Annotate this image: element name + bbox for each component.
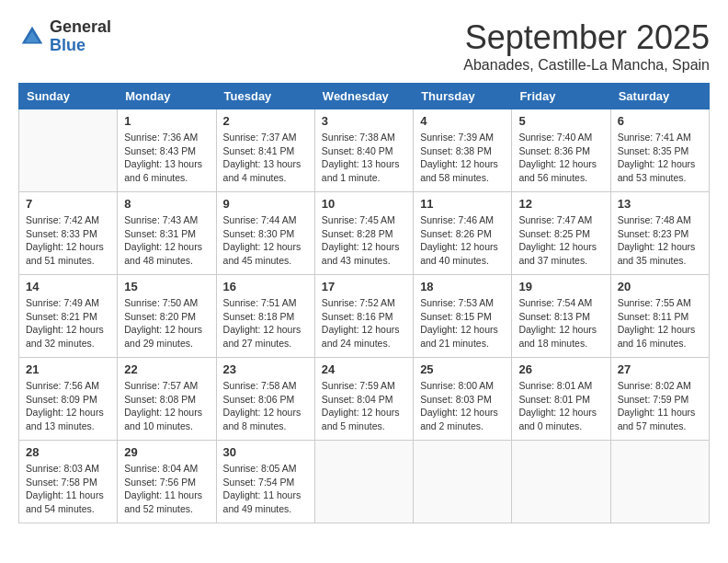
day-number: 13 [618, 197, 702, 211]
calendar-cell: 11Sunrise: 7:46 AMSunset: 8:26 PMDayligh… [414, 192, 512, 275]
calendar-cell: 14Sunrise: 7:49 AMSunset: 8:21 PMDayligh… [19, 275, 118, 358]
logo-icon [18, 23, 46, 51]
day-info: Sunrise: 7:49 AMSunset: 8:21 PMDaylight:… [26, 296, 110, 350]
day-info: Sunrise: 8:03 AMSunset: 7:58 PMDaylight:… [26, 462, 110, 516]
week-row-3: 14Sunrise: 7:49 AMSunset: 8:21 PMDayligh… [19, 275, 710, 358]
calendar-cell: 18Sunrise: 7:53 AMSunset: 8:15 PMDayligh… [414, 275, 512, 358]
day-info: Sunrise: 7:55 AMSunset: 8:11 PMDaylight:… [618, 296, 702, 350]
col-tuesday: Tuesday [216, 84, 314, 109]
day-info: Sunrise: 7:48 AMSunset: 8:23 PMDaylight:… [618, 213, 702, 268]
calendar-cell: 23Sunrise: 7:58 AMSunset: 8:06 PMDayligh… [216, 358, 314, 441]
day-info: Sunrise: 7:58 AMSunset: 8:06 PMDaylight:… [223, 379, 308, 433]
day-number: 8 [124, 197, 209, 211]
location-title: Abanades, Castille-La Mancha, Spain [463, 57, 710, 74]
day-number: 16 [223, 280, 308, 293]
day-number: 18 [420, 280, 505, 293]
calendar-cell: 1Sunrise: 7:36 AMSunset: 8:43 PMDaylight… [118, 109, 216, 192]
logo-blue-text: Blue [50, 37, 111, 55]
calendar-cell: 20Sunrise: 7:55 AMSunset: 8:11 PMDayligh… [610, 275, 709, 358]
day-number: 10 [322, 197, 406, 211]
calendar-cell [610, 441, 709, 523]
day-number: 25 [420, 362, 505, 376]
day-number: 26 [518, 362, 603, 376]
day-info: Sunrise: 7:42 AMSunset: 8:33 PMDaylight:… [26, 213, 110, 268]
day-number: 21 [26, 362, 110, 376]
col-sunday: Sunday [19, 84, 118, 109]
col-wednesday: Wednesday [314, 84, 413, 109]
calendar-cell: 6Sunrise: 7:41 AMSunset: 8:35 PMDaylight… [610, 109, 709, 192]
day-number: 27 [618, 362, 702, 376]
day-info: Sunrise: 8:01 AMSunset: 8:01 PMDaylight:… [518, 379, 603, 433]
day-number: 3 [322, 114, 406, 128]
day-number: 17 [322, 280, 406, 293]
day-info: Sunrise: 7:57 AMSunset: 8:08 PMDaylight:… [124, 379, 209, 433]
week-row-1: 1Sunrise: 7:36 AMSunset: 8:43 PMDaylight… [19, 109, 710, 192]
day-info: Sunrise: 8:00 AMSunset: 8:03 PMDaylight:… [420, 379, 505, 433]
calendar-cell [414, 441, 512, 523]
day-number: 15 [124, 280, 209, 293]
calendar-cell: 24Sunrise: 7:59 AMSunset: 8:04 PMDayligh… [314, 358, 413, 441]
day-number: 24 [322, 362, 406, 376]
day-info: Sunrise: 7:37 AMSunset: 8:41 PMDaylight:… [223, 131, 308, 185]
calendar-cell: 10Sunrise: 7:45 AMSunset: 8:28 PMDayligh… [314, 192, 413, 275]
week-row-4: 21Sunrise: 7:56 AMSunset: 8:09 PMDayligh… [19, 358, 710, 441]
day-number: 22 [124, 362, 209, 376]
day-number: 9 [223, 197, 308, 211]
calendar-cell: 30Sunrise: 8:05 AMSunset: 7:54 PMDayligh… [216, 441, 314, 523]
day-number: 4 [420, 114, 505, 128]
calendar-cell: 22Sunrise: 7:57 AMSunset: 8:08 PMDayligh… [118, 358, 216, 441]
calendar-cell: 19Sunrise: 7:54 AMSunset: 8:13 PMDayligh… [512, 275, 610, 358]
day-info: Sunrise: 7:47 AMSunset: 8:25 PMDaylight:… [518, 213, 603, 268]
calendar-cell: 29Sunrise: 8:04 AMSunset: 7:56 PMDayligh… [118, 441, 216, 523]
day-number: 11 [420, 197, 505, 211]
day-info: Sunrise: 7:53 AMSunset: 8:15 PMDaylight:… [420, 296, 505, 350]
calendar-cell: 5Sunrise: 7:40 AMSunset: 8:36 PMDaylight… [512, 109, 610, 192]
day-info: Sunrise: 8:02 AMSunset: 7:59 PMDaylight:… [618, 379, 702, 433]
calendar-cell: 15Sunrise: 7:50 AMSunset: 8:20 PMDayligh… [118, 275, 216, 358]
calendar-cell [314, 441, 413, 523]
day-number: 1 [124, 114, 209, 128]
logo-general-text: General [50, 18, 111, 37]
day-info: Sunrise: 8:04 AMSunset: 7:56 PMDaylight:… [124, 462, 209, 516]
day-number: 6 [618, 114, 702, 128]
title-section: September 2025 Abanades, Castille-La Man… [463, 18, 710, 74]
calendar-cell: 12Sunrise: 7:47 AMSunset: 8:25 PMDayligh… [512, 192, 610, 275]
calendar-cell: 28Sunrise: 8:03 AMSunset: 7:58 PMDayligh… [19, 441, 118, 523]
calendar-table: Sunday Monday Tuesday Wednesday Thursday… [18, 83, 710, 523]
month-title: September 2025 [463, 18, 710, 57]
day-info: Sunrise: 7:44 AMSunset: 8:30 PMDaylight:… [223, 213, 308, 268]
day-info: Sunrise: 7:59 AMSunset: 8:04 PMDaylight:… [322, 379, 406, 433]
day-info: Sunrise: 7:46 AMSunset: 8:26 PMDaylight:… [420, 213, 505, 268]
day-number: 19 [518, 280, 603, 293]
day-info: Sunrise: 8:05 AMSunset: 7:54 PMDaylight:… [223, 462, 308, 516]
day-number: 7 [26, 197, 110, 211]
day-info: Sunrise: 7:38 AMSunset: 8:40 PMDaylight:… [322, 131, 406, 185]
day-info: Sunrise: 7:56 AMSunset: 8:09 PMDaylight:… [26, 379, 110, 433]
day-number: 12 [518, 197, 603, 211]
calendar-cell: 4Sunrise: 7:39 AMSunset: 8:38 PMDaylight… [414, 109, 512, 192]
page-header: General Blue September 2025 Abanades, Ca… [18, 18, 710, 74]
calendar-cell: 8Sunrise: 7:43 AMSunset: 8:31 PMDaylight… [118, 192, 216, 275]
col-friday: Friday [512, 84, 610, 109]
week-row-5: 28Sunrise: 8:03 AMSunset: 7:58 PMDayligh… [19, 441, 710, 523]
calendar-cell: 16Sunrise: 7:51 AMSunset: 8:18 PMDayligh… [216, 275, 314, 358]
calendar-cell: 3Sunrise: 7:38 AMSunset: 8:40 PMDaylight… [314, 109, 413, 192]
day-number: 29 [124, 445, 209, 459]
calendar-cell: 25Sunrise: 8:00 AMSunset: 8:03 PMDayligh… [414, 358, 512, 441]
logo-text: General Blue [50, 18, 111, 55]
col-monday: Monday [118, 84, 216, 109]
week-row-2: 7Sunrise: 7:42 AMSunset: 8:33 PMDaylight… [19, 192, 710, 275]
col-saturday: Saturday [610, 84, 709, 109]
col-thursday: Thursday [414, 84, 512, 109]
day-info: Sunrise: 7:43 AMSunset: 8:31 PMDaylight:… [124, 213, 209, 268]
day-number: 30 [223, 445, 308, 459]
day-info: Sunrise: 7:36 AMSunset: 8:43 PMDaylight:… [124, 131, 209, 185]
calendar-cell [512, 441, 610, 523]
day-info: Sunrise: 7:45 AMSunset: 8:28 PMDaylight:… [322, 213, 406, 268]
logo: General Blue [18, 18, 111, 55]
calendar-cell [19, 109, 118, 192]
day-number: 23 [223, 362, 308, 376]
calendar-header-row: Sunday Monday Tuesday Wednesday Thursday… [19, 84, 710, 109]
calendar-cell: 7Sunrise: 7:42 AMSunset: 8:33 PMDaylight… [19, 192, 118, 275]
day-info: Sunrise: 7:50 AMSunset: 8:20 PMDaylight:… [124, 296, 209, 350]
